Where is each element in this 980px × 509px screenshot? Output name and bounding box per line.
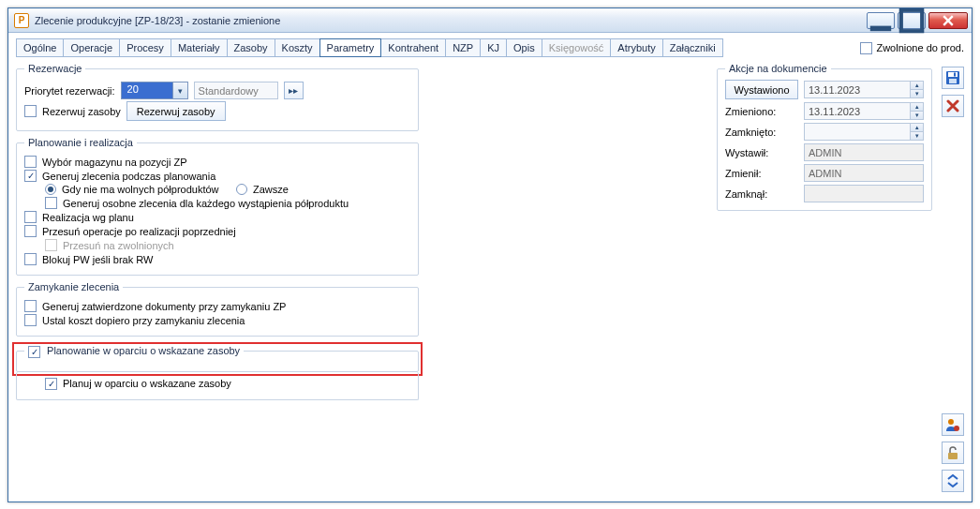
priority-combobox[interactable]: 20 ▾ bbox=[121, 82, 188, 99]
radio-no-free-label: Gdy nie ma wolnych półproduktów bbox=[62, 184, 230, 195]
set-cost-checkbox[interactable] bbox=[24, 314, 37, 326]
closed-date-spinner[interactable]: ▴▾ bbox=[910, 124, 923, 140]
svg-rect-1 bbox=[901, 9, 922, 30]
priority-value: 20 bbox=[122, 82, 172, 98]
changed-by-field: ADMIN bbox=[804, 164, 924, 182]
svg-point-6 bbox=[948, 419, 954, 425]
release-check-label: Zwolnione do prod. bbox=[876, 42, 964, 53]
app-icon: P bbox=[14, 13, 29, 28]
group-reservations: Rezerwacje Priorytet rezerwacji: 20 ▾ St… bbox=[16, 63, 419, 131]
tab-zalaczniki[interactable]: Załączniki bbox=[662, 38, 723, 57]
planning-resources-legend-label: Planowanie w oparciu o wskazane zasoby bbox=[47, 345, 240, 356]
changed-label: Zmieniono: bbox=[725, 106, 798, 117]
closed-date-field[interactable]: ▴▾ bbox=[804, 123, 924, 141]
tab-opis[interactable]: Opis bbox=[506, 38, 542, 57]
realization-plan-label: Realizacja wg planu bbox=[42, 212, 134, 223]
shift-ops-label: Przesuń operacje po realizacji poprzedni… bbox=[42, 226, 236, 237]
issued-by-field: ADMIN bbox=[804, 143, 924, 161]
priority-label: Priorytet rezerwacji: bbox=[24, 85, 115, 97]
gen-docs-label: Generuj zatwierdzone dokumenty przy zamy… bbox=[42, 301, 286, 312]
tab-nzp[interactable]: NZP bbox=[445, 38, 481, 57]
changed-date-field[interactable]: 13.11.2023 ▴▾ bbox=[804, 102, 924, 120]
group-planning-resources-body: Planuj w oparciu o wskazane zasoby bbox=[16, 372, 419, 400]
group-planning-resources-legend: Planowanie w oparciu o wskazane zasoby bbox=[24, 345, 244, 358]
changed-by-label: Zmienił: bbox=[725, 168, 798, 179]
reserve-resources-button[interactable]: Rezerwuj zasoby bbox=[126, 101, 226, 121]
issued-date-spinner[interactable]: ▴▾ bbox=[910, 82, 923, 97]
svg-rect-8 bbox=[948, 453, 958, 459]
user-settings-button[interactable] bbox=[942, 413, 964, 436]
tab-parametry[interactable]: Parametry bbox=[319, 38, 382, 57]
group-reservations-legend: Rezerwacje bbox=[24, 63, 85, 74]
storage-choice-label: Wybór magazynu na pozycji ZP bbox=[42, 157, 187, 168]
lock-button[interactable] bbox=[942, 442, 964, 464]
minimize-button[interactable] bbox=[867, 12, 895, 29]
changed-date-spinner[interactable]: ▴▾ bbox=[910, 103, 923, 119]
release-to-prod-checkbox[interactable]: Zwolnione do prod. bbox=[860, 42, 964, 54]
titlebar: P Zlecenie produkcyjne [ZP-18/23] - zost… bbox=[8, 8, 972, 33]
issued-button[interactable]: Wystawiono bbox=[725, 80, 798, 99]
group-doc-actions-legend: Akcje na dokumencie bbox=[725, 63, 831, 74]
delete-button[interactable] bbox=[942, 95, 964, 117]
maximize-button[interactable] bbox=[898, 12, 926, 29]
x-icon bbox=[945, 98, 960, 113]
svg-rect-4 bbox=[949, 79, 957, 83]
collapse-button[interactable] bbox=[942, 470, 964, 492]
chevron-collapse-icon bbox=[945, 473, 960, 488]
planning-resources-legend-checkbox[interactable] bbox=[28, 346, 40, 358]
shift-ops-checkbox[interactable] bbox=[24, 225, 37, 237]
tab-materialy[interactable]: Materiały bbox=[171, 38, 228, 57]
plan-by-resources-checkbox[interactable] bbox=[45, 378, 57, 390]
highlight-planning-resources: Planowanie w oparciu o wskazane zasoby bbox=[12, 342, 423, 376]
shift-released-label: Przesuń na zwolnionych bbox=[63, 240, 174, 251]
set-cost-label: Ustal koszt dopiero przy zamykaniu zlece… bbox=[42, 315, 245, 326]
closed-by-field bbox=[804, 185, 924, 202]
issued-by-label: Wystawił: bbox=[725, 147, 798, 158]
radio-no-free-semiproducts[interactable] bbox=[45, 184, 56, 195]
user-gear-icon bbox=[945, 417, 960, 432]
group-closing: Zamykanie zlecenia Generuj zatwierdzone … bbox=[16, 281, 419, 337]
generate-orders-label: Generuj zlecenia podczas planowania bbox=[42, 171, 215, 182]
tab-kontrahent[interactable]: Kontrahent bbox=[380, 38, 446, 57]
reserve-resources-checkbox[interactable] bbox=[24, 105, 37, 117]
generate-separate-label: Generuj osobne zlecenia dla każdego wyst… bbox=[63, 198, 349, 209]
issued-date-field[interactable]: 13.11.2023 ▴▾ bbox=[804, 81, 924, 98]
floppy-icon bbox=[945, 70, 960, 85]
generate-orders-checkbox[interactable] bbox=[24, 170, 37, 182]
block-pw-label: Blokuj PW jeśli brak RW bbox=[42, 254, 153, 265]
tab-procesy[interactable]: Procesy bbox=[119, 38, 171, 57]
closed-date-value bbox=[805, 124, 910, 140]
tab-zasoby[interactable]: Zasoby bbox=[227, 38, 275, 57]
tab-operacje[interactable]: Operacje bbox=[63, 38, 120, 57]
window-title: Zlecenie produkcyjne [ZP-18/23] - zostan… bbox=[35, 15, 867, 26]
closed-by-label: Zamknął: bbox=[725, 188, 798, 200]
release-check-icon[interactable] bbox=[860, 42, 872, 54]
save-button[interactable] bbox=[942, 67, 964, 89]
svg-rect-5 bbox=[954, 73, 956, 77]
storage-choice-checkbox[interactable] bbox=[24, 156, 37, 168]
closed-label: Zamknięto: bbox=[725, 127, 798, 138]
generate-separate-checkbox[interactable] bbox=[45, 197, 57, 209]
close-window-button[interactable] bbox=[928, 12, 968, 29]
tab-ogolne[interactable]: Ogólne bbox=[16, 38, 64, 57]
radio-always[interactable] bbox=[236, 184, 247, 195]
tab-bar: Ogólne Operacje Procesy Materiały Zasoby… bbox=[16, 38, 964, 57]
priority-next-button[interactable]: ▸▸ bbox=[284, 82, 304, 99]
chevron-down-icon[interactable]: ▾ bbox=[172, 82, 187, 98]
tab-atrybuty[interactable]: Atrybuty bbox=[610, 38, 662, 57]
lock-open-icon bbox=[945, 445, 960, 460]
priority-name-field[interactable]: Standardowy bbox=[194, 82, 278, 99]
svg-rect-0 bbox=[870, 25, 891, 31]
plan-by-resources-label: Planuj w oparciu o wskazane zasoby bbox=[63, 378, 231, 389]
tab-ksiegowosc: Księgowość bbox=[542, 38, 612, 57]
tab-koszty[interactable]: Koszty bbox=[275, 38, 320, 57]
block-pw-checkbox[interactable] bbox=[24, 253, 37, 265]
window-frame: P Zlecenie produkcyjne [ZP-18/23] - zost… bbox=[7, 7, 973, 502]
tab-kj[interactable]: KJ bbox=[480, 38, 507, 57]
group-closing-legend: Zamykanie zlecenia bbox=[24, 281, 123, 292]
gen-docs-checkbox[interactable] bbox=[24, 300, 37, 312]
group-planning: Planowanie i realizacja Wybór magazynu n… bbox=[16, 137, 419, 276]
realization-plan-checkbox[interactable] bbox=[24, 211, 37, 223]
group-planning-resources: Planowanie w oparciu o wskazane zasoby bbox=[16, 345, 419, 372]
changed-date-value: 13.11.2023 bbox=[805, 103, 910, 119]
